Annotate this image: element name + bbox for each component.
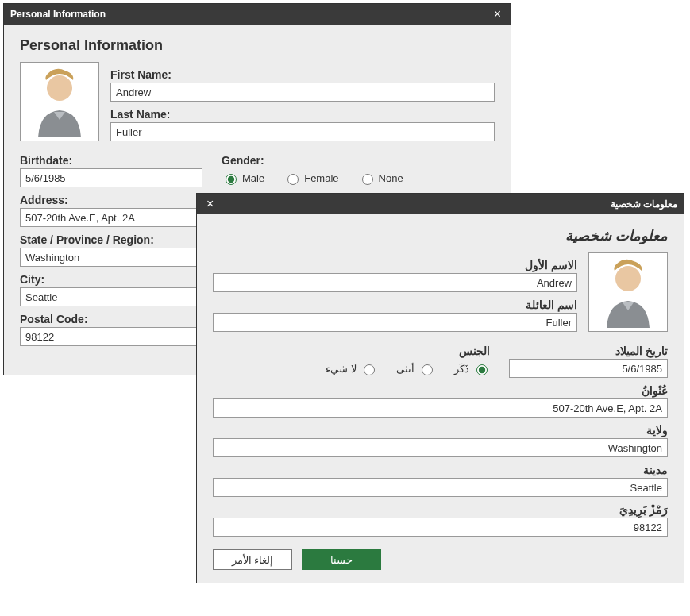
personal-info-dialog-ar: معلومات شخصية × معلومات شخصية الاسم الأو… xyxy=(196,193,684,583)
gender-none-radio[interactable]: لا شيء xyxy=(326,362,377,375)
avatar xyxy=(24,66,95,137)
page-title: معلومات شخصية xyxy=(213,227,668,244)
first-name-label: First Name: xyxy=(110,68,495,81)
last-name-input[interactable] xyxy=(110,122,495,141)
gender-radio-group: ذَكَر أنثى لا شيء xyxy=(213,362,490,375)
gender-radio-group: Male Female None xyxy=(222,171,495,185)
gender-male-radio[interactable]: Male xyxy=(222,171,264,185)
gender-male-radio[interactable]: ذَكَر xyxy=(454,362,490,375)
avatar-frame xyxy=(20,62,99,141)
gender-female-radio[interactable]: Female xyxy=(283,171,338,185)
page-title: Personal Information xyxy=(20,37,495,54)
postal-label: رَمْزْ بَرِيدِيَ xyxy=(213,503,668,516)
avatar-frame xyxy=(588,252,668,332)
titlebar[interactable]: معلومات شخصية × xyxy=(197,194,684,214)
first-name-input[interactable] xyxy=(213,273,577,292)
gender-label: الجنس xyxy=(213,345,490,357)
city-label: مدينة xyxy=(213,464,668,476)
birthdate-input[interactable] xyxy=(20,168,202,187)
avatar xyxy=(592,256,664,328)
close-icon[interactable]: × xyxy=(491,4,504,25)
first-name-label: الاسم الأول xyxy=(213,259,577,271)
gender-none-radio[interactable]: None xyxy=(358,171,403,185)
svg-point-3 xyxy=(615,266,641,291)
window-title: Personal Information xyxy=(10,4,106,25)
window-title: معلومات شخصية xyxy=(611,194,677,214)
first-name-input[interactable] xyxy=(110,83,495,102)
last-name-label: Last Name: xyxy=(110,108,495,121)
address-label: عُنْوانُ xyxy=(213,384,668,397)
last-name-input[interactable] xyxy=(213,313,577,332)
address-input[interactable] xyxy=(213,398,668,418)
city-input[interactable] xyxy=(213,478,668,497)
birthdate-label: تاريخ الميلاد xyxy=(509,345,668,357)
birthdate-label: Birthdate: xyxy=(20,154,202,167)
postal-input[interactable] xyxy=(213,518,668,537)
dialog-content: معلومات شخصية الاسم الأول اسم العائلة xyxy=(197,214,684,583)
gender-label: Gender: xyxy=(222,154,495,167)
titlebar[interactable]: Personal Information × xyxy=(4,4,511,25)
last-name-label: اسم العائلة xyxy=(213,298,577,311)
ok-button[interactable]: حسنا xyxy=(302,549,381,570)
state-label: ولاية xyxy=(213,424,668,437)
svg-point-1 xyxy=(47,75,72,101)
state-input[interactable] xyxy=(213,438,668,457)
cancel-button[interactable]: إلغاء الأمر xyxy=(213,549,292,570)
close-icon[interactable]: × xyxy=(203,194,217,214)
gender-female-radio[interactable]: أنثى xyxy=(396,362,435,375)
button-row: حسنا إلغاء الأمر xyxy=(213,549,668,570)
birthdate-input[interactable] xyxy=(509,359,668,378)
